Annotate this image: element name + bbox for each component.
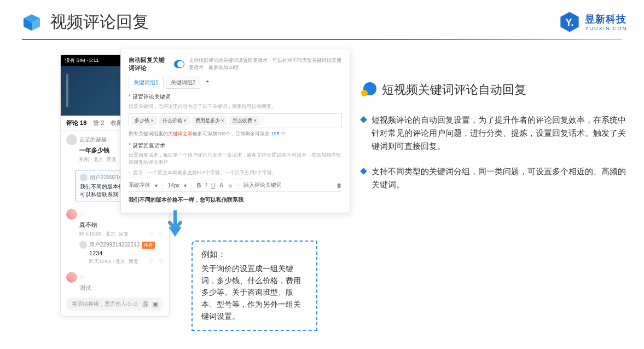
brand-logo: Y. 昱新科技 YUUXIN.COM	[559, 11, 628, 33]
bold-icon[interactable]: B	[197, 182, 201, 188]
arrow-icon	[167, 210, 183, 240]
avatar	[66, 134, 77, 145]
section-title: 短视频关键词评论自动回复	[382, 82, 526, 98]
comment-text: 真不错	[79, 221, 164, 229]
keyword-count-hint: 所有关键词组里的关键词之和最多可添加200个，目前剩余可添加 195 个	[129, 130, 342, 138]
keywords-label: 设置评论关键词	[129, 93, 342, 101]
underline-icon[interactable]: U	[211, 182, 215, 188]
example-box: 例如： 关于询价的设置成一组关键词，多少钱、什么价格，费用多少等。关于咨询班型、…	[192, 241, 317, 331]
tab-likes[interactable]: 赞 2	[93, 119, 104, 127]
editor-textarea[interactable]: 我们不同的版本价格不一样，您可以私信联系我	[129, 194, 342, 206]
at-icon[interactable]: @	[142, 300, 149, 308]
image-icon[interactable]: ▣	[152, 300, 158, 308]
reply-label: 设置回复话术	[129, 142, 342, 150]
toggle-label: 自动回复关键词评论	[129, 56, 170, 72]
color-icon[interactable]: A	[219, 182, 223, 188]
keyword-tag[interactable]: 费用是多少 ×	[192, 116, 228, 125]
svg-marker-5	[169, 227, 182, 237]
heart-icon[interactable]: ♡	[148, 231, 154, 238]
bullet-diamond-icon	[360, 168, 367, 175]
emoji-icon[interactable]: ☺	[132, 300, 139, 308]
dislike-icon[interactable]: ♡	[158, 258, 164, 265]
keyword-tags-input[interactable]: 多少钱 × 什么价格 × 费用是多少 × 怎么收费 × |	[129, 113, 342, 128]
logo-cn: 昱新科技	[585, 13, 628, 26]
editor-toolbar: 系统字体▾ | 14px▾ | B I U A ☺ | 插入评论关键词 🗑	[129, 179, 342, 192]
comment-input[interactable]: 善语结善缘，恶言伤人心 ☺ @ ▣	[66, 297, 164, 311]
keyword-group-tab-1[interactable]: 关键词组1	[129, 77, 164, 89]
svg-text:Y.: Y.	[566, 16, 574, 28]
avatar	[80, 174, 88, 181]
keyword-tag[interactable]: 多少钱 ×	[131, 116, 157, 125]
settings-panel: 自动回复关键词评论 支持根据评论的关键词设置回复话术，可以针对不同类型关键词设置…	[120, 49, 350, 213]
italic-icon[interactable]: I	[205, 182, 207, 188]
bullet-text: 短视频评论的自动回复设置，为了提升作者的评论回复效率，在系统中针对常见的评论用户…	[372, 113, 628, 153]
dislike-icon[interactable]: ♡	[158, 231, 164, 238]
comment-text: 1234	[89, 250, 164, 256]
page-title: 视频评论回复	[50, 11, 149, 33]
section-icon	[361, 82, 376, 98]
heart-icon[interactable]: ♡	[148, 258, 154, 265]
size-select[interactable]: 14px	[168, 182, 180, 188]
keyword-group-tab-2[interactable]: 关键词组2	[166, 77, 201, 89]
keyword-tag[interactable]: 什么价格 ×	[159, 116, 190, 125]
avatar	[79, 241, 87, 249]
emoji-icon[interactable]: ☺	[228, 182, 233, 188]
auto-reply-toggle[interactable]	[174, 60, 185, 68]
tab-comments[interactable]: 评论 18	[66, 119, 86, 127]
logo-en: YUUXIN.COM	[585, 26, 628, 31]
font-select[interactable]: 系统字体	[129, 181, 150, 189]
insert-keyword-button[interactable]: 插入评论关键词	[243, 181, 282, 189]
keywords-hint: 设置关键词，当评论里内容包含了以下关键词，则系统可自动回复。	[129, 103, 342, 110]
bullet-diamond-icon	[360, 116, 367, 123]
header-divider	[22, 39, 622, 40]
editor-char-hint: 1 提示：一个富文本框最多支持512个字符。一个汉字占用2个字符。	[129, 169, 342, 176]
comment-user: 云朵的赫赫	[79, 136, 107, 144]
reply-hint: 设置回复话术，每回复一个用户评论只发送一条话术，最多支持设置10条不同话术，按添…	[129, 152, 342, 166]
keyword-tag[interactable]: 怎么收费 ×	[229, 116, 260, 125]
add-group-button[interactable]: +	[202, 77, 212, 89]
cube-icon	[22, 13, 42, 32]
example-title: 例如：	[201, 249, 308, 260]
avatar	[66, 272, 77, 283]
delete-icon[interactable]: 🗑	[336, 182, 342, 188]
bullet-text: 支持不同类型的关键词分组，同一类问题，可设置多个相近的、高频的关键词。	[372, 165, 628, 191]
example-body: 关于询价的设置成一组关键词，多少钱、什么价格，费用多少等。关于咨询班型、版本、型…	[201, 263, 308, 322]
author-badge: 作者	[142, 242, 155, 249]
toggle-help: 支持根据评论的关键词设置回复话术，可以针对不同类型关键词设置回复话术，最多添加1…	[189, 57, 342, 71]
avatar	[66, 209, 77, 220]
